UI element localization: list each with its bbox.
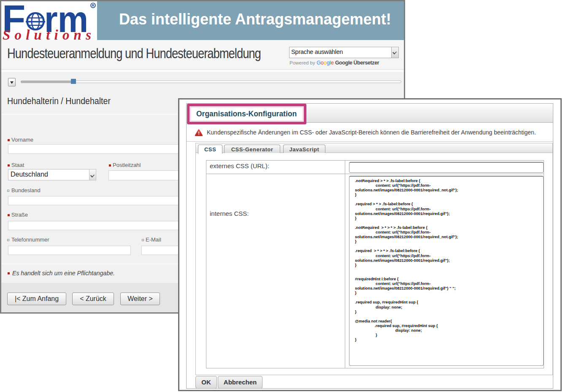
svg-text:!: ! — [198, 130, 200, 136]
svg-text:R: R — [92, 3, 95, 8]
